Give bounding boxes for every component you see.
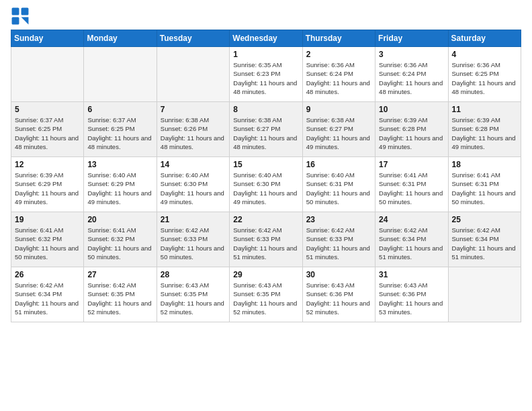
day-info: Sunrise: 6:42 AM Sunset: 6:34 PM Dayligh… bbox=[452, 226, 517, 261]
day-info: Sunrise: 6:42 AM Sunset: 6:35 PM Dayligh… bbox=[87, 281, 152, 316]
table-row bbox=[84, 47, 157, 102]
col-thursday: Thursday bbox=[302, 30, 375, 47]
day-info: Sunrise: 6:43 AM Sunset: 6:36 PM Dayligh… bbox=[306, 281, 371, 316]
table-row: 13Sunrise: 6:40 AM Sunset: 6:29 PM Dayli… bbox=[84, 157, 157, 212]
table-row: 3Sunrise: 6:36 AM Sunset: 6:24 PM Daylig… bbox=[375, 47, 448, 102]
col-monday: Monday bbox=[84, 30, 157, 47]
calendar-header-row: Sunday Monday Tuesday Wednesday Thursday… bbox=[11, 30, 521, 47]
day-info: Sunrise: 6:43 AM Sunset: 6:35 PM Dayligh… bbox=[233, 281, 298, 316]
day-number: 6 bbox=[87, 105, 152, 114]
logo-icon bbox=[11, 7, 30, 26]
day-number: 7 bbox=[161, 105, 226, 114]
table-row: 31Sunrise: 6:43 AM Sunset: 6:36 PM Dayli… bbox=[375, 267, 448, 322]
day-number: 8 bbox=[233, 105, 298, 114]
table-row: 16Sunrise: 6:40 AM Sunset: 6:31 PM Dayli… bbox=[302, 157, 375, 212]
day-info: Sunrise: 6:39 AM Sunset: 6:28 PM Dayligh… bbox=[379, 116, 444, 151]
table-row: 1Sunrise: 6:35 AM Sunset: 6:23 PM Daylig… bbox=[230, 47, 302, 102]
day-number: 21 bbox=[161, 215, 226, 224]
day-info: Sunrise: 6:35 AM Sunset: 6:23 PM Dayligh… bbox=[233, 60, 298, 96]
table-row: 18Sunrise: 6:41 AM Sunset: 6:31 PM Dayli… bbox=[448, 157, 521, 212]
day-number: 16 bbox=[306, 160, 371, 169]
table-row: 10Sunrise: 6:39 AM Sunset: 6:28 PM Dayli… bbox=[375, 102, 448, 157]
table-row: 20Sunrise: 6:41 AM Sunset: 6:32 PM Dayli… bbox=[84, 212, 157, 267]
svg-rect-0 bbox=[12, 8, 19, 15]
svg-rect-1 bbox=[21, 8, 29, 15]
table-row: 21Sunrise: 6:42 AM Sunset: 6:33 PM Dayli… bbox=[157, 212, 229, 267]
table-row: 25Sunrise: 6:42 AM Sunset: 6:34 PM Dayli… bbox=[448, 212, 521, 267]
day-number: 11 bbox=[452, 105, 517, 114]
day-number: 27 bbox=[87, 270, 152, 279]
day-number: 12 bbox=[15, 160, 80, 169]
day-info: Sunrise: 6:36 AM Sunset: 6:25 PM Dayligh… bbox=[452, 60, 517, 96]
calendar-week-row: 12Sunrise: 6:39 AM Sunset: 6:29 PM Dayli… bbox=[11, 157, 521, 212]
table-row: 5Sunrise: 6:37 AM Sunset: 6:25 PM Daylig… bbox=[11, 102, 84, 157]
table-row: 12Sunrise: 6:39 AM Sunset: 6:29 PM Dayli… bbox=[11, 157, 84, 212]
day-info: Sunrise: 6:39 AM Sunset: 6:28 PM Dayligh… bbox=[452, 116, 517, 151]
table-row: 27Sunrise: 6:42 AM Sunset: 6:35 PM Dayli… bbox=[84, 267, 157, 322]
calendar-table: Sunday Monday Tuesday Wednesday Thursday… bbox=[11, 30, 521, 322]
table-row: 29Sunrise: 6:43 AM Sunset: 6:35 PM Dayli… bbox=[230, 267, 302, 322]
table-row: 19Sunrise: 6:41 AM Sunset: 6:32 PM Dayli… bbox=[11, 212, 84, 267]
day-info: Sunrise: 6:41 AM Sunset: 6:31 PM Dayligh… bbox=[379, 171, 444, 206]
table-row: 7Sunrise: 6:38 AM Sunset: 6:26 PM Daylig… bbox=[157, 102, 229, 157]
day-number: 10 bbox=[379, 105, 444, 114]
logo bbox=[11, 7, 32, 26]
svg-marker-3 bbox=[21, 17, 29, 25]
day-number: 4 bbox=[452, 50, 517, 59]
day-number: 1 bbox=[233, 50, 298, 59]
day-number: 15 bbox=[233, 160, 298, 169]
day-info: Sunrise: 6:38 AM Sunset: 6:26 PM Dayligh… bbox=[161, 116, 226, 151]
table-row bbox=[448, 267, 521, 322]
table-row: 28Sunrise: 6:43 AM Sunset: 6:35 PM Dayli… bbox=[157, 267, 229, 322]
day-info: Sunrise: 6:42 AM Sunset: 6:33 PM Dayligh… bbox=[306, 226, 371, 261]
day-info: Sunrise: 6:42 AM Sunset: 6:34 PM Dayligh… bbox=[15, 281, 80, 316]
day-number: 3 bbox=[379, 50, 444, 59]
day-info: Sunrise: 6:40 AM Sunset: 6:30 PM Dayligh… bbox=[161, 171, 226, 206]
table-row: 14Sunrise: 6:40 AM Sunset: 6:30 PM Dayli… bbox=[157, 157, 229, 212]
day-number: 9 bbox=[306, 105, 371, 114]
day-number: 13 bbox=[87, 160, 152, 169]
table-row: 8Sunrise: 6:38 AM Sunset: 6:27 PM Daylig… bbox=[230, 102, 302, 157]
table-row: 15Sunrise: 6:40 AM Sunset: 6:30 PM Dayli… bbox=[230, 157, 302, 212]
table-row: 22Sunrise: 6:42 AM Sunset: 6:33 PM Dayli… bbox=[230, 212, 302, 267]
day-info: Sunrise: 6:37 AM Sunset: 6:25 PM Dayligh… bbox=[87, 116, 152, 151]
col-tuesday: Tuesday bbox=[157, 30, 229, 47]
day-number: 24 bbox=[379, 215, 444, 224]
day-info: Sunrise: 6:43 AM Sunset: 6:36 PM Dayligh… bbox=[379, 281, 444, 316]
day-info: Sunrise: 6:40 AM Sunset: 6:30 PM Dayligh… bbox=[233, 171, 298, 206]
table-row: 9Sunrise: 6:38 AM Sunset: 6:27 PM Daylig… bbox=[302, 102, 375, 157]
day-number: 18 bbox=[452, 160, 517, 169]
day-number: 26 bbox=[15, 270, 80, 279]
day-number: 2 bbox=[306, 50, 371, 59]
col-wednesday: Wednesday bbox=[230, 30, 302, 47]
day-number: 5 bbox=[15, 105, 80, 114]
table-row: 6Sunrise: 6:37 AM Sunset: 6:25 PM Daylig… bbox=[84, 102, 157, 157]
table-row bbox=[11, 47, 84, 102]
day-info: Sunrise: 6:38 AM Sunset: 6:27 PM Dayligh… bbox=[233, 116, 298, 151]
calendar-week-row: 26Sunrise: 6:42 AM Sunset: 6:34 PM Dayli… bbox=[11, 267, 521, 322]
day-info: Sunrise: 6:40 AM Sunset: 6:31 PM Dayligh… bbox=[306, 171, 371, 206]
day-number: 28 bbox=[161, 270, 226, 279]
day-info: Sunrise: 6:40 AM Sunset: 6:29 PM Dayligh… bbox=[87, 171, 152, 206]
table-row: 24Sunrise: 6:42 AM Sunset: 6:34 PM Dayli… bbox=[375, 212, 448, 267]
table-row: 26Sunrise: 6:42 AM Sunset: 6:34 PM Dayli… bbox=[11, 267, 84, 322]
table-row: 23Sunrise: 6:42 AM Sunset: 6:33 PM Dayli… bbox=[302, 212, 375, 267]
day-number: 30 bbox=[306, 270, 371, 279]
day-info: Sunrise: 6:42 AM Sunset: 6:33 PM Dayligh… bbox=[233, 226, 298, 261]
header bbox=[11, 7, 521, 26]
table-row: 17Sunrise: 6:41 AM Sunset: 6:31 PM Dayli… bbox=[375, 157, 448, 212]
day-number: 23 bbox=[306, 215, 371, 224]
day-number: 19 bbox=[15, 215, 80, 224]
table-row: 4Sunrise: 6:36 AM Sunset: 6:25 PM Daylig… bbox=[448, 47, 521, 102]
day-number: 14 bbox=[161, 160, 226, 169]
day-info: Sunrise: 6:37 AM Sunset: 6:25 PM Dayligh… bbox=[15, 116, 80, 151]
table-row: 11Sunrise: 6:39 AM Sunset: 6:28 PM Dayli… bbox=[448, 102, 521, 157]
day-number: 31 bbox=[379, 270, 444, 279]
day-info: Sunrise: 6:42 AM Sunset: 6:34 PM Dayligh… bbox=[379, 226, 444, 261]
col-sunday: Sunday bbox=[11, 30, 84, 47]
page: Sunday Monday Tuesday Wednesday Thursday… bbox=[0, 0, 532, 411]
table-row: 30Sunrise: 6:43 AM Sunset: 6:36 PM Dayli… bbox=[302, 267, 375, 322]
col-saturday: Saturday bbox=[448, 30, 521, 47]
day-number: 25 bbox=[452, 215, 517, 224]
day-info: Sunrise: 6:39 AM Sunset: 6:29 PM Dayligh… bbox=[15, 171, 80, 206]
